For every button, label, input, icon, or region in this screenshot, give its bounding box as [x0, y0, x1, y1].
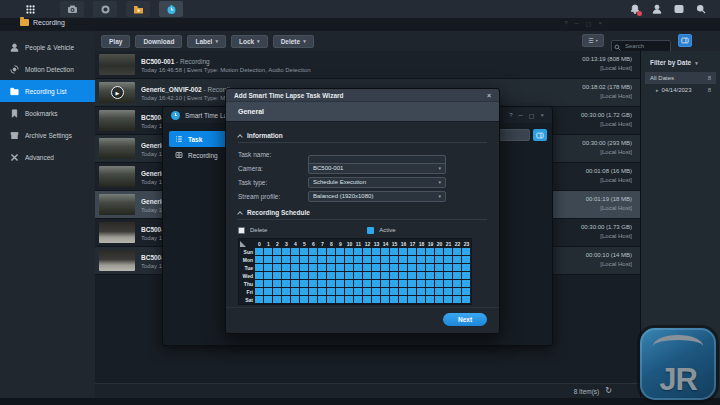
minimize-icon[interactable]: ─ [519, 112, 523, 119]
schedule-cell-active[interactable] [291, 248, 300, 256]
task-type-select[interactable]: Schedule Execution▾ [308, 177, 446, 188]
schedule-cell-active[interactable] [435, 264, 444, 272]
schedule-cell-active[interactable] [372, 280, 381, 288]
recording-thumbnail[interactable] [99, 250, 135, 271]
schedule-cell-active[interactable] [417, 280, 426, 288]
play-button[interactable]: Play [101, 35, 130, 48]
schedule-cell-active[interactable] [435, 280, 444, 288]
schedule-cell-active[interactable] [282, 296, 291, 304]
schedule-cell-active[interactable] [300, 248, 309, 256]
maximize-icon[interactable]: ▢ [529, 112, 535, 119]
recording-thumbnail[interactable] [99, 194, 135, 215]
schedule-cell-active[interactable] [291, 280, 300, 288]
schedule-cell-active[interactable] [363, 288, 372, 296]
schedule-cell-active[interactable] [381, 264, 390, 272]
grid-hour-label[interactable]: 12 [363, 239, 372, 248]
maximize-icon[interactable]: ▢ [586, 20, 592, 27]
stream-profile-select[interactable]: Balanced (1920x1080)▾ [308, 191, 446, 202]
taskbar-app-recordings-folder-app-icon[interactable] [126, 1, 150, 17]
schedule-cell-active[interactable] [372, 288, 381, 296]
schedule-cell-active[interactable] [453, 248, 462, 256]
schedule-cell-active[interactable] [399, 256, 408, 264]
taskbar-app-time-lapse-app-icon[interactable] [159, 1, 183, 17]
schedule-cell-active[interactable] [381, 256, 390, 264]
schedule-cell-active[interactable] [345, 296, 354, 304]
schedule-cell-active[interactable] [291, 256, 300, 264]
grid-hour-label[interactable]: 7 [318, 239, 327, 248]
schedule-cell-active[interactable] [381, 248, 390, 256]
schedule-cell-active[interactable] [327, 256, 336, 264]
schedule-cell-active[interactable] [282, 256, 291, 264]
schedule-cell-active[interactable] [318, 264, 327, 272]
schedule-cell-active[interactable] [354, 256, 363, 264]
schedule-cell-active[interactable] [417, 264, 426, 272]
schedule-cell-active[interactable] [372, 264, 381, 272]
schedule-cell-active[interactable] [273, 280, 282, 288]
search-icon[interactable] [695, 4, 706, 15]
schedule-cell-active[interactable] [345, 264, 354, 272]
schedule-cell-active[interactable] [318, 296, 327, 304]
schedule-cell-active[interactable] [273, 288, 282, 296]
schedule-cell-active[interactable] [318, 256, 327, 264]
schedule-cell-active[interactable] [417, 256, 426, 264]
schedule-cell-active[interactable] [381, 280, 390, 288]
notifications-icon[interactable] [629, 4, 640, 15]
schedule-cell-active[interactable] [309, 264, 318, 272]
recording-thumbnail[interactable] [99, 138, 135, 159]
schedule-cell-active[interactable] [381, 288, 390, 296]
schedule-cell-active[interactable] [462, 256, 471, 264]
legend-active[interactable]: Active [367, 227, 395, 234]
sidebar-item-recording-list[interactable]: Recording List [0, 80, 95, 102]
schedule-cell-active[interactable] [255, 272, 264, 280]
schedule-cell-active[interactable] [444, 272, 453, 280]
play-overlay-icon[interactable]: ▶ [111, 86, 124, 99]
schedule-cell-active[interactable] [309, 248, 318, 256]
lock-button[interactable]: Lock▾ [231, 35, 268, 48]
grid-day-label[interactable]: Sun [239, 248, 255, 256]
filter-item-all-dates[interactable]: All Dates8 [645, 72, 716, 84]
schedule-cell-active[interactable] [264, 272, 273, 280]
grid-hour-label[interactable]: 11 [354, 239, 363, 248]
recording-thumbnail[interactable] [99, 54, 135, 75]
schedule-cell-active[interactable] [399, 248, 408, 256]
schedule-cell-active[interactable] [309, 296, 318, 304]
schedule-cell-active[interactable] [309, 272, 318, 280]
schedule-cell-active[interactable] [300, 272, 309, 280]
main-menu-icon[interactable] [22, 1, 38, 17]
grid-hour-label[interactable]: 14 [381, 239, 390, 248]
schedule-cell-active[interactable] [417, 288, 426, 296]
expand-arrow-icon[interactable]: ▸ [656, 87, 659, 93]
grid-hour-label[interactable]: 3 [282, 239, 291, 248]
recording-thumbnail[interactable] [99, 110, 135, 131]
schedule-cell-active[interactable] [336, 280, 345, 288]
grid-day-label[interactable]: Tue [239, 264, 255, 272]
sidebar-item-advanced[interactable]: Advanced [0, 146, 95, 168]
grid-day-label[interactable]: Fri [239, 288, 255, 296]
schedule-cell-active[interactable] [282, 280, 291, 288]
schedule-cell-active[interactable] [462, 296, 471, 304]
schedule-cell-active[interactable] [408, 288, 417, 296]
schedule-cell-active[interactable] [354, 296, 363, 304]
schedule-cell-active[interactable] [408, 264, 417, 272]
schedule-cell-active[interactable] [264, 256, 273, 264]
next-button[interactable]: Next [443, 313, 487, 326]
schedule-cell-active[interactable] [336, 264, 345, 272]
schedule-cell-active[interactable] [444, 288, 453, 296]
schedule-cell-active[interactable] [399, 280, 408, 288]
schedule-cell-active[interactable] [462, 272, 471, 280]
schedule-cell-active[interactable] [282, 288, 291, 296]
schedule-cell-active[interactable] [345, 288, 354, 296]
grid-hour-label[interactable]: 13 [372, 239, 381, 248]
schedule-cell-active[interactable] [444, 248, 453, 256]
taskbar-app-surveillance-app-icon[interactable] [60, 1, 84, 17]
schedule-cell-active[interactable] [255, 296, 264, 304]
schedule-cell-active[interactable] [435, 296, 444, 304]
schedule-cell-active[interactable] [318, 248, 327, 256]
sidebar-item-bookmarks[interactable]: Bookmarks [0, 102, 95, 124]
schedule-cell-active[interactable] [453, 280, 462, 288]
legend-delete[interactable]: Delete [238, 227, 267, 234]
schedule-cell-active[interactable] [291, 288, 300, 296]
schedule-cell-active[interactable] [435, 272, 444, 280]
schedule-cell-active[interactable] [444, 296, 453, 304]
schedule-cell-active[interactable] [282, 272, 291, 280]
